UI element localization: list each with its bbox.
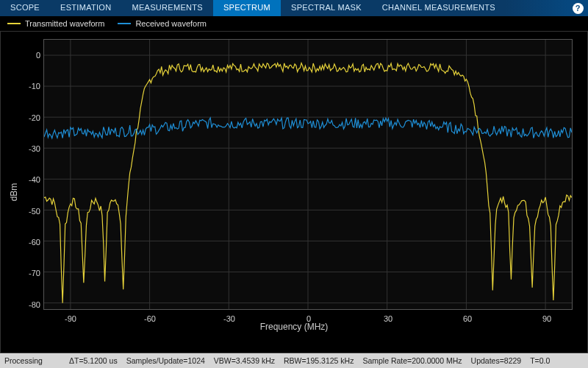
- help-button[interactable]: ?: [567, 0, 588, 16]
- x-axis-label: Frequency (MHz): [260, 322, 329, 332]
- x-tick-label: -90: [65, 314, 76, 323]
- y-tick-label: -10: [1, 82, 40, 91]
- y-tick-label: -40: [1, 175, 40, 184]
- tab-spectral-mask[interactable]: SPECTRAL MASK: [281, 0, 372, 16]
- status-time: T=0.0: [530, 356, 550, 365]
- legend-item-transmitted[interactable]: Transmitted waveform: [7, 19, 104, 28]
- x-tick-label: 30: [384, 314, 392, 323]
- y-tick-label: -50: [1, 207, 40, 216]
- legend-swatch-transmitted: [7, 23, 21, 24]
- plot-canvas[interactable]: [43, 39, 573, 310]
- tab-measurements[interactable]: MEASUREMENTS: [121, 0, 213, 16]
- legend-swatch-received: [118, 23, 131, 24]
- legend-label: Received waveform: [135, 19, 207, 28]
- y-tick-label: -30: [1, 144, 40, 153]
- x-tick-label: -60: [144, 314, 156, 323]
- status-bar: Processing ΔT=5.1200 us Samples/Update=1…: [0, 353, 588, 368]
- y-axis-label: dBm: [9, 183, 19, 202]
- tabbar-spacer: [506, 0, 567, 16]
- y-tick-label: -70: [1, 269, 40, 277]
- legend: Transmitted waveform Received waveform: [0, 16, 588, 31]
- status-updates: Updates=8229: [471, 356, 522, 365]
- status-samples-per-update: Samples/Update=1024: [126, 356, 205, 365]
- y-tick-label: 0: [1, 51, 40, 60]
- status-processing: Processing: [4, 356, 60, 365]
- status-vbw: VBW=3.4539 kHz: [214, 356, 275, 365]
- tab-estimation[interactable]: ESTIMATION: [50, 0, 121, 16]
- tab-spectrum[interactable]: SPECTRUM: [213, 0, 281, 16]
- legend-item-received[interactable]: Received waveform: [118, 19, 207, 28]
- status-rbw: RBW=195.3125 kHz: [284, 356, 354, 365]
- y-tick-label: -60: [1, 238, 40, 247]
- x-tick-label: -30: [223, 314, 235, 323]
- x-tick-label: 0: [306, 314, 311, 323]
- tab-bar: SCOPE ESTIMATION MEASUREMENTS SPECTRUM S…: [0, 0, 588, 16]
- tab-scope[interactable]: SCOPE: [0, 0, 50, 16]
- legend-label: Transmitted waveform: [25, 19, 104, 28]
- y-tick-label: -20: [1, 113, 40, 122]
- status-sample-rate: Sample Rate=200.0000 MHz: [362, 356, 462, 365]
- status-dt: ΔT=5.1200 us: [69, 356, 118, 365]
- chart-area: dBm Frequency (MHz) 0-10-20-30-40-50-60-…: [0, 31, 588, 353]
- x-tick-label: 90: [542, 314, 551, 323]
- y-tick-label: -80: [1, 300, 40, 309]
- help-icon: ?: [573, 3, 584, 14]
- x-tick-label: 60: [463, 314, 472, 323]
- plot-svg: [44, 40, 572, 309]
- tab-channel-measurements[interactable]: CHANNEL MEASUREMENTS: [372, 0, 506, 16]
